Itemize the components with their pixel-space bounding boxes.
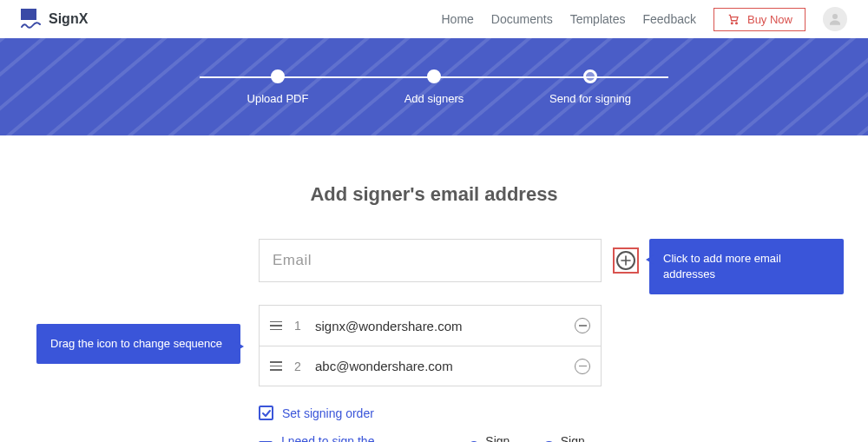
step-upload-label: Upload PDF (247, 92, 309, 105)
step-signers: Add signers (356, 69, 512, 105)
minus-icon (579, 366, 587, 367)
cart-icon (727, 13, 740, 25)
checkbox-signing-order[interactable] (259, 406, 273, 420)
nav-feedback[interactable]: Feedback (642, 12, 695, 26)
radio-sign-first-label: Sign first (485, 434, 527, 442)
option-signing-order: Set signing order (259, 406, 602, 420)
signer-email: abc@wondershare.com (315, 359, 453, 373)
svg-point-2 (832, 14, 838, 19)
remove-signer-button[interactable] (575, 318, 590, 333)
brand-logo-icon (21, 9, 42, 30)
svg-point-1 (736, 23, 738, 24)
step-signers-dot (427, 69, 441, 83)
drag-handle-icon[interactable] (270, 361, 282, 371)
signer-row: 2 abc@wondershare.com (260, 346, 601, 386)
add-email-highlight (613, 247, 639, 274)
step-send: Send for signing (512, 69, 668, 105)
remove-signer-button[interactable] (575, 359, 590, 374)
step-signers-label: Add signers (404, 92, 464, 105)
signer-list: 1 signx@wondershare.com 2 abc@wondershar… (259, 305, 602, 386)
plus-icon (621, 255, 631, 266)
hint-add-email: Click to add more email addresses (649, 239, 844, 294)
hint-drag-sequence: Drag the icon to change sequence (36, 324, 240, 364)
check-icon (261, 408, 272, 419)
nav-home[interactable]: Home (442, 12, 474, 26)
user-avatar[interactable] (823, 7, 847, 31)
brand-name: SignX (49, 11, 88, 27)
buy-now-label: Buy Now (747, 13, 792, 26)
step-upload-dot (271, 69, 285, 83)
option-signing-order-label: Set signing order (282, 406, 374, 420)
main-nav: Home Documents Templates Feedback Buy No… (442, 7, 848, 31)
nav-templates[interactable]: Templates (570, 12, 626, 26)
drag-handle-icon[interactable] (270, 321, 282, 331)
page-title: Add signer's email address (0, 183, 868, 206)
signer-order: 1 (294, 319, 303, 333)
avatar-icon (827, 11, 843, 27)
email-input[interactable] (259, 239, 602, 282)
signer-email: signx@wondershare.com (315, 319, 462, 333)
progress-strip: Upload PDF Add signers Send for signing (0, 38, 868, 135)
brand-logo[interactable]: SignX (21, 9, 88, 30)
buy-now-button[interactable]: Buy Now (713, 8, 806, 31)
signer-row: 1 signx@wondershare.com (260, 306, 601, 346)
svg-point-0 (731, 23, 733, 24)
add-email-button[interactable] (616, 251, 635, 270)
step-send-dot (583, 69, 597, 83)
option-self-sign-label: I need to sign the document (281, 434, 416, 442)
signer-order: 2 (294, 360, 303, 373)
minus-icon (579, 325, 587, 327)
radio-sign-last-label: Sign last (561, 434, 602, 442)
option-self-sign: I need to sign the document Sign first S… (259, 434, 602, 442)
top-bar: SignX Home Documents Templates Feedback … (0, 0, 868, 38)
nav-documents[interactable]: Documents (491, 12, 553, 26)
step-upload: Upload PDF (200, 69, 356, 105)
step-send-label: Send for signing (549, 92, 631, 105)
